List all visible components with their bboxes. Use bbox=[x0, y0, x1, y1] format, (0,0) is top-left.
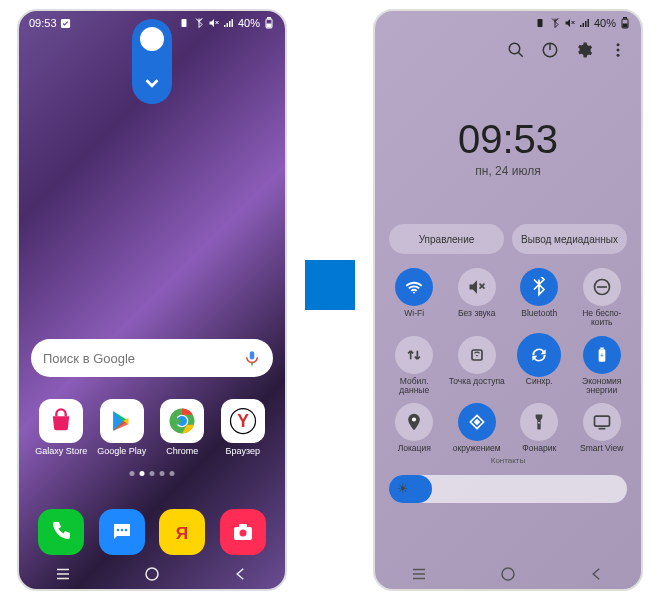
qs-tile-label: Smart View bbox=[580, 444, 623, 453]
battery-icon bbox=[263, 17, 275, 29]
transition-arrow bbox=[305, 260, 355, 310]
battery-text: 40% bbox=[594, 17, 616, 29]
svg-rect-57 bbox=[598, 428, 605, 430]
qs-tile-smartview[interactable]: Smart View bbox=[571, 403, 634, 453]
app-row: Galaxy Store Google Play Chrome Y Браузе… bbox=[19, 399, 285, 456]
svg-rect-9 bbox=[268, 18, 271, 20]
yandex-icon: Я bbox=[159, 509, 205, 555]
page-indicator bbox=[130, 471, 175, 476]
qs-header bbox=[375, 35, 641, 59]
bluetooth-icon bbox=[193, 17, 205, 29]
search-input[interactable] bbox=[43, 351, 243, 366]
search-icon[interactable] bbox=[507, 41, 525, 59]
dock-phone[interactable] bbox=[31, 509, 92, 555]
dock-yandex[interactable]: Я bbox=[152, 509, 213, 555]
svg-point-44 bbox=[617, 49, 620, 52]
svg-point-61 bbox=[502, 568, 514, 580]
qs-tile-label: Не беспо- коить bbox=[574, 309, 630, 328]
svg-text:Y: Y bbox=[237, 411, 249, 431]
sync-icon bbox=[517, 333, 561, 377]
battery-text: 40% bbox=[238, 17, 260, 29]
app-google-play[interactable]: Google Play bbox=[92, 399, 153, 456]
svg-text:+: + bbox=[600, 352, 604, 359]
app-browser[interactable]: Y Браузер bbox=[213, 399, 274, 456]
mute-icon bbox=[458, 268, 496, 306]
qs-tile-dnd[interactable]: Не беспо- коить bbox=[571, 268, 634, 328]
device-control-button[interactable]: Управление bbox=[389, 224, 504, 254]
app-galaxy-store[interactable]: Galaxy Store bbox=[31, 399, 92, 456]
svg-point-18 bbox=[116, 529, 119, 532]
sun-icon: ☀ bbox=[397, 481, 409, 496]
swipe-down-indicator[interactable] bbox=[132, 19, 172, 104]
nav-recents[interactable] bbox=[53, 564, 73, 584]
nav-back[interactable] bbox=[231, 564, 251, 584]
qs-tile-hotspot[interactable]: Точка доступа bbox=[446, 336, 509, 396]
app-label: Браузер bbox=[226, 446, 260, 456]
qs-tile-wifi[interactable]: Wi-Fi bbox=[383, 268, 446, 328]
google-search-bar[interactable] bbox=[31, 339, 273, 377]
qs-tile-location[interactable]: Локация bbox=[383, 403, 446, 453]
dnd-icon bbox=[583, 268, 621, 306]
qs-tile-battery-saver[interactable]: +Экономия энергии bbox=[571, 336, 634, 396]
nav-home[interactable] bbox=[498, 564, 518, 584]
svg-rect-6 bbox=[229, 21, 231, 27]
camera-icon bbox=[220, 509, 266, 555]
qs-tile-bluetooth[interactable]: Bluetooth bbox=[508, 268, 571, 328]
qs-tile-mobile-data[interactable]: Мобил. данные bbox=[383, 336, 446, 396]
more-icon[interactable] bbox=[609, 41, 627, 59]
svg-rect-38 bbox=[623, 24, 627, 27]
svg-rect-1 bbox=[181, 19, 186, 27]
svg-rect-29 bbox=[537, 19, 542, 27]
bluetooth-icon bbox=[520, 268, 558, 306]
power-icon[interactable] bbox=[541, 41, 559, 59]
svg-rect-5 bbox=[226, 23, 228, 27]
app-label: Galaxy Store bbox=[35, 446, 87, 456]
svg-point-39 bbox=[509, 43, 520, 54]
nav-back[interactable] bbox=[587, 564, 607, 584]
checkmark-icon bbox=[60, 18, 71, 29]
mic-icon[interactable] bbox=[243, 349, 261, 367]
dock-camera[interactable] bbox=[213, 509, 274, 555]
qs-tile-flashlight[interactable]: Фонарик bbox=[508, 403, 571, 453]
brightness-slider[interactable]: ☀ bbox=[389, 475, 627, 503]
svg-point-43 bbox=[617, 43, 620, 46]
battery-saver-icon: + bbox=[583, 336, 621, 374]
media-output-button[interactable]: Вывод медиаданных bbox=[512, 224, 627, 254]
phone-homescreen: 09:53 40% Galaxy Store Google Play bbox=[17, 9, 287, 591]
svg-text:Я: Я bbox=[176, 523, 188, 543]
mute-icon bbox=[564, 17, 576, 29]
smartview-icon bbox=[583, 403, 621, 441]
vibrate-icon bbox=[534, 17, 546, 29]
nearby-icon bbox=[458, 403, 496, 441]
svg-rect-32 bbox=[580, 25, 582, 27]
svg-line-40 bbox=[518, 52, 523, 57]
qs-tile-mute[interactable]: Без звука bbox=[446, 268, 509, 328]
chevron-down-icon bbox=[141, 72, 163, 94]
svg-rect-33 bbox=[582, 23, 584, 27]
gear-icon[interactable] bbox=[575, 41, 593, 59]
svg-rect-4 bbox=[224, 25, 226, 27]
nav-recents[interactable] bbox=[409, 564, 429, 584]
dock: Я bbox=[19, 509, 285, 555]
phone-quicksettings: 40% 09:53 пн, 24 июля Управление Вывод м… bbox=[373, 9, 643, 591]
battery-icon bbox=[619, 17, 631, 29]
qs-tile-label: Синхр. bbox=[526, 377, 553, 386]
status-bar: 40% bbox=[375, 11, 641, 35]
dock-messages[interactable] bbox=[92, 509, 153, 555]
qs-tile-sync[interactable]: Синхр. bbox=[508, 336, 571, 396]
svg-rect-7 bbox=[231, 19, 233, 27]
svg-rect-52 bbox=[600, 347, 603, 349]
svg-point-55 bbox=[538, 422, 540, 424]
app-chrome[interactable]: Chrome bbox=[152, 399, 213, 456]
nav-home[interactable] bbox=[142, 564, 162, 584]
mobile-data-icon bbox=[395, 336, 433, 374]
swipe-handle-icon bbox=[136, 23, 168, 55]
yandex-browser-icon: Y bbox=[221, 399, 265, 443]
svg-rect-35 bbox=[587, 19, 589, 27]
mute-icon bbox=[208, 17, 220, 29]
qs-tile-nearby[interactable]: окружением bbox=[446, 403, 509, 453]
flashlight-icon bbox=[520, 403, 558, 441]
hotspot-icon bbox=[458, 336, 496, 374]
location-icon bbox=[395, 403, 433, 441]
navigation-bar bbox=[19, 559, 285, 589]
